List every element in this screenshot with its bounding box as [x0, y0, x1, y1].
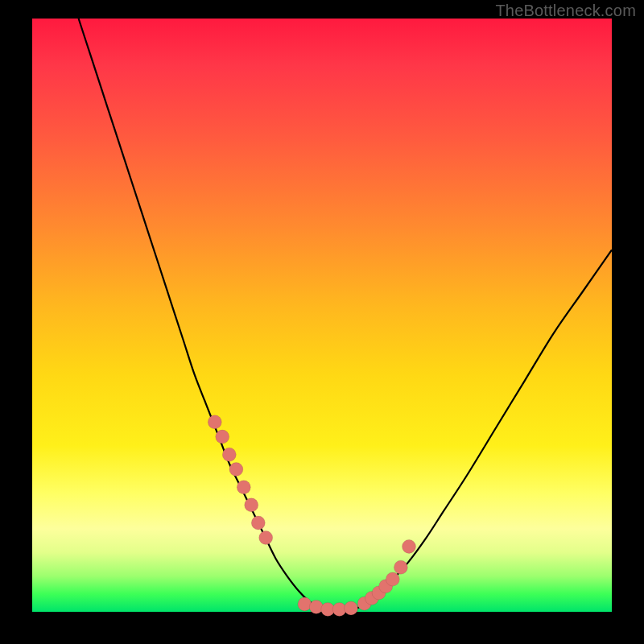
marker-dot: [309, 601, 323, 614]
marker-dot: [386, 572, 399, 586]
plot-area: [32, 19, 612, 612]
chart-frame: TheBottleneck.com: [0, 0, 644, 644]
marker-dot: [345, 601, 358, 615]
marker-dot: [229, 463, 243, 477]
marker-dot: [222, 448, 236, 461]
marker-dot: [237, 481, 250, 494]
marker-dot: [394, 560, 407, 574]
marker-dot: [245, 498, 258, 512]
chart-svg: [32, 19, 612, 612]
marker-dot: [251, 516, 265, 530]
marker-dot: [259, 530, 273, 544]
marker-dot: [208, 415, 221, 429]
marker-dot: [402, 539, 416, 553]
watermark-label: TheBottleneck.com: [495, 2, 636, 20]
marker-dot: [216, 430, 229, 444]
marker-group: [208, 415, 415, 617]
bottleneck-curve: [79, 19, 612, 610]
